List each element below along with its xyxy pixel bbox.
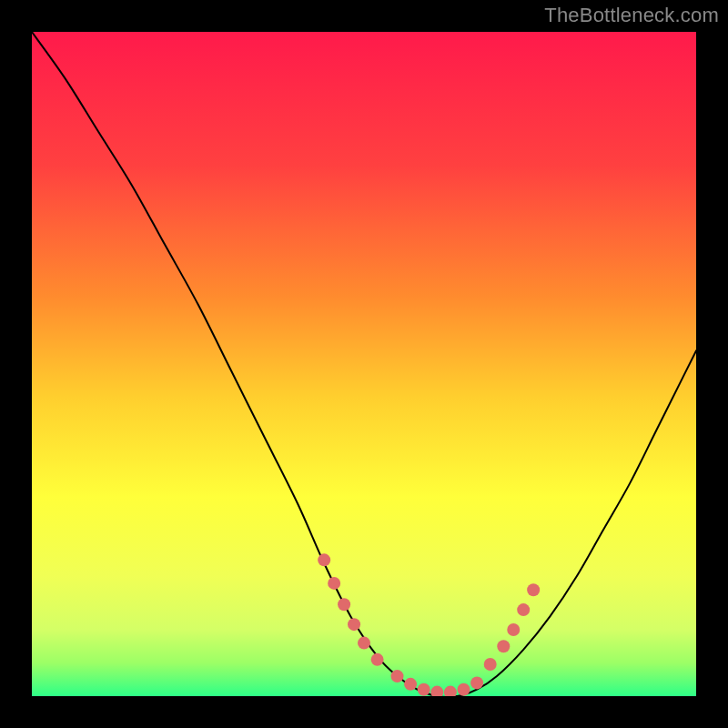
gradient-background [32,32,696,696]
data-marker [328,577,340,590]
data-marker [470,676,483,689]
plot-svg [32,32,696,696]
chart-frame: TheBottleneck.com [0,0,728,728]
data-marker [458,683,470,696]
data-marker [507,623,520,636]
data-marker [517,603,530,616]
data-marker [527,583,540,596]
data-marker [338,598,350,611]
data-marker [348,618,360,631]
data-marker [497,640,510,652]
data-marker [391,670,404,682]
data-marker [358,637,370,650]
data-marker [318,553,330,566]
data-marker [371,653,384,666]
data-marker [484,658,497,671]
data-marker [404,678,417,691]
watermark-text: TheBottleneck.com [544,4,719,27]
plot-area [32,32,696,696]
data-marker [418,683,430,696]
